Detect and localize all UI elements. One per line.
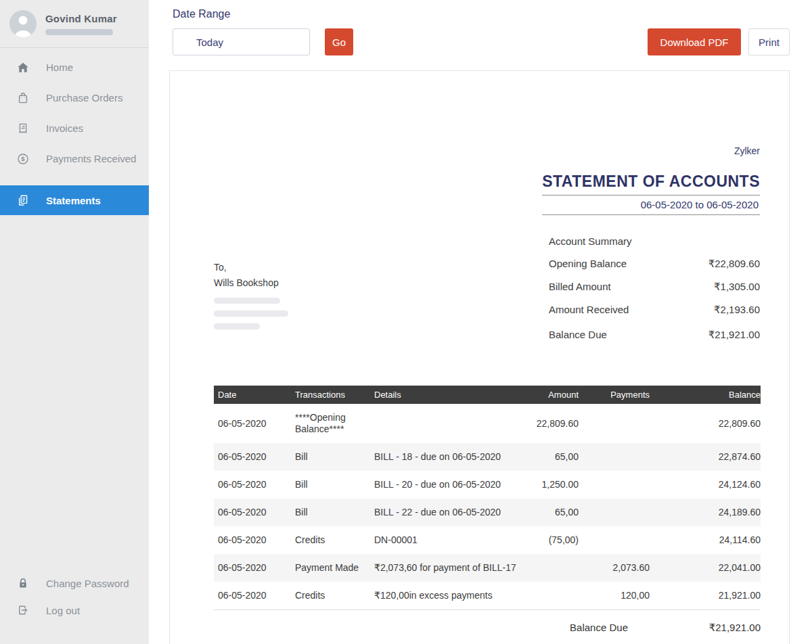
summary-label: Opening Balance — [549, 258, 627, 270]
statement-info-row: To, Wills Bookshop Account Summary Openi… — [214, 235, 760, 352]
table-row: 06-05-2020Payment Made₹2,073,60 for paym… — [214, 554, 761, 582]
profile-name: Govind Kumar — [45, 13, 117, 24]
table-cell: 21,921.00 — [650, 582, 761, 610]
summary-row-balance-due: Balance Due ₹21,921.00 — [549, 329, 760, 341]
go-button[interactable]: Go — [325, 28, 353, 55]
dollar-circle-icon: $ — [16, 152, 30, 166]
table-cell: (75,00) — [523, 526, 579, 554]
table-cell: Payment Made — [295, 554, 374, 582]
statement-document: Zylker STATEMENT OF ACCOUNTS 06-05-2020 … — [169, 70, 790, 644]
company-name: Zylker — [214, 145, 760, 156]
table-cell: DN-00001 — [374, 526, 523, 554]
table-cell: Bill — [295, 499, 374, 526]
summary-value: ₹2,193.60 — [714, 304, 760, 316]
sidebar-item-invoices[interactable]: Invoices — [0, 113, 149, 143]
statements-icon — [16, 193, 30, 207]
table-cell: 24,124.60 — [650, 471, 761, 499]
table-cell: 22,041.00 — [650, 554, 761, 582]
table-cell — [579, 471, 650, 499]
table-cell — [374, 404, 523, 443]
recipient-block: To, Wills Bookshop — [214, 262, 288, 336]
shopping-bag-icon — [16, 91, 30, 105]
table-cell: 65,00 — [523, 499, 579, 526]
statement-title: STATEMENT OF ACCOUNTS — [542, 172, 760, 196]
receipt-icon — [16, 122, 30, 135]
table-cell: 06-05-2020 — [214, 443, 295, 471]
sidebar-item-log-out[interactable]: Log out — [0, 597, 149, 624]
sidebar-item-change-password[interactable]: Change Password — [0, 570, 149, 597]
table-cell: 22,874.60 — [650, 443, 761, 471]
table-row: 06-05-2020****Opening Balance****22,809.… — [214, 404, 761, 443]
summary-label: Amount Received — [549, 304, 629, 316]
table-cell: 24,189.60 — [650, 499, 761, 526]
table-cell: 65,00 — [523, 443, 579, 471]
table-cell: 24,114.60 — [650, 526, 761, 554]
statement-heading-block: STATEMENT OF ACCOUNTS 06-05-2020 to 06-0… — [542, 172, 760, 215]
avatar — [9, 10, 37, 37]
table-cell — [523, 554, 579, 582]
table-row: 06-05-2020BillBILL - 18 - due on 06-05-2… — [214, 443, 761, 471]
column-header-transactions: Transactions — [295, 386, 374, 404]
table-cell — [579, 526, 650, 554]
table-cell: 06-05-2020 — [214, 471, 295, 499]
sidebar-item-label: Home — [46, 62, 73, 73]
statement-table-body: 06-05-2020****Opening Balance****22,809.… — [214, 404, 761, 610]
table-cell: 120,00 — [579, 582, 650, 610]
column-header-payments: Payments — [579, 386, 650, 404]
statement-period: 06-05-2020 to 06-05-2020 — [542, 196, 760, 215]
table-cell: 06-05-2020 — [214, 554, 295, 582]
table-cell: 06-05-2020 — [214, 404, 295, 443]
column-header-balance: Balance — [650, 386, 761, 404]
statement-table-head-row: DateTransactionsDetailsAmountPaymentsBal… — [214, 386, 761, 404]
logout-icon — [16, 603, 30, 617]
table-cell: ₹2,073,60 for payment of BILL-17 — [374, 554, 523, 582]
profile-block: Govind Kumar — [0, 0, 149, 48]
table-cell: Credits — [295, 582, 374, 610]
table-row: 06-05-2020Credits₹120,00in excess paymen… — [214, 582, 761, 610]
table-cell: Bill — [295, 471, 374, 499]
lock-icon — [16, 576, 30, 590]
address-placeholder-bar — [214, 298, 280, 304]
summary-value: ₹1,305.00 — [714, 281, 760, 293]
address-placeholder-bar — [214, 310, 288, 317]
table-cell — [579, 404, 650, 443]
summary-value: ₹22,809.60 — [708, 258, 760, 270]
table-cell: 06-05-2020 — [214, 499, 295, 526]
column-header-amount: Amount — [523, 386, 579, 404]
home-icon — [16, 61, 30, 74]
footer-balance-due-label: Balance Due — [523, 610, 650, 644]
sidebar-item-label: Statements — [46, 195, 101, 206]
table-cell: 06-05-2020 — [214, 582, 295, 610]
sidebar-item-purchase-orders[interactable]: Purchase Orders — [0, 83, 149, 113]
table-cell: BILL - 22 - due on 06-05-2020 — [374, 499, 523, 526]
summary-row: Opening Balance ₹22,809.60 — [549, 258, 760, 270]
profile-placeholder-bar — [45, 29, 113, 35]
sidebar-item-statements[interactable]: Statements — [0, 185, 149, 215]
toolbar: Today Go Download PDF Print — [173, 28, 790, 55]
sidebar-item-home[interactable]: Home — [0, 52, 149, 83]
table-row: 06-05-2020CreditsDN-00001(75,00)24,114.6… — [214, 526, 761, 554]
table-cell: Credits — [295, 526, 374, 554]
download-pdf-button[interactable]: Download PDF — [648, 28, 741, 55]
recipient-address-placeholder — [214, 298, 288, 329]
sidebar-item-label: Log out — [46, 605, 80, 616]
account-summary: Account Summary Opening Balance ₹22,809.… — [549, 235, 760, 352]
sidebar-item-payments-received[interactable]: $ Payments Received — [0, 143, 149, 174]
table-cell: ****Opening Balance**** — [295, 404, 374, 443]
sidebar-item-label: Invoices — [46, 122, 83, 134]
table-cell: 1,250.00 — [523, 471, 579, 499]
summary-label: Balance Due — [549, 329, 607, 341]
print-button[interactable]: Print — [748, 28, 790, 55]
app-window: Govind Kumar Home — [0, 0, 812, 644]
sidebar-footer: Change Password Log out — [0, 570, 149, 644]
table-cell: 06-05-2020 — [214, 526, 295, 554]
table-cell: 22,809.60 — [650, 404, 761, 443]
table-row: 06-05-2020BillBILL - 20 - due on 06-05-2… — [214, 471, 761, 499]
sidebar-spacer — [0, 215, 149, 570]
sidebar: Govind Kumar Home — [0, 0, 149, 644]
date-range-select[interactable]: Today — [173, 28, 310, 55]
date-range-value: Today — [196, 37, 223, 48]
main-content: Date Range Today Go Download PDF Print Z… — [149, 0, 812, 644]
table-cell — [579, 443, 650, 471]
summary-label: Billed Amount — [549, 281, 611, 293]
